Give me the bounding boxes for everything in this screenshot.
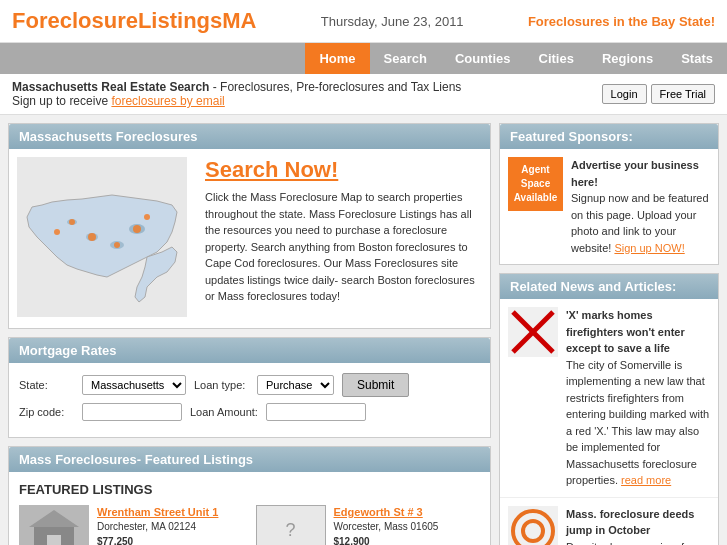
ma-foreclosures-section: Massachusetts Foreclosures bbox=[8, 123, 491, 329]
state-label: State: bbox=[19, 379, 74, 391]
zip-input[interactable] bbox=[82, 403, 182, 421]
site-header: ForeclosureListingsMA Thursday, June 23,… bbox=[0, 0, 727, 43]
listings-grid: Wrentham Street Unit 1 Dorchester, MA 02… bbox=[19, 505, 480, 545]
zip-label: Zip code: bbox=[19, 406, 74, 418]
nav-cities[interactable]: Cities bbox=[525, 43, 588, 74]
loan-type-select[interactable]: Purchase bbox=[257, 375, 334, 395]
listing-1-image bbox=[19, 505, 89, 545]
right-column: Featured Sponsors: Agent Space Available… bbox=[499, 123, 719, 545]
nav-counties[interactable]: Counties bbox=[441, 43, 525, 74]
ma-map[interactable] bbox=[17, 157, 187, 317]
mortgage-section: Mortgage Rates State: Massachusetts Loan… bbox=[8, 337, 491, 438]
featured-content: FEATURED LISTINGS Wrentham Street Unit 1… bbox=[9, 472, 490, 545]
mortgage-header: Mortgage Rates bbox=[9, 338, 490, 363]
agent-ad-text: Advertise your business here! Signup now… bbox=[571, 157, 710, 256]
nav-search[interactable]: Search bbox=[370, 43, 441, 74]
listing-1-address[interactable]: Wrentham Street Unit 1 bbox=[97, 506, 218, 518]
svg-rect-14 bbox=[47, 535, 61, 545]
loan-type-label: Loan type: bbox=[194, 379, 249, 391]
loan-amount-input[interactable] bbox=[266, 403, 366, 421]
foreclosure-description: Search Now! Click the Mass Foreclosure M… bbox=[205, 157, 482, 320]
signup-link[interactable]: Sign up NOW! bbox=[614, 242, 684, 254]
map-area[interactable] bbox=[17, 157, 197, 320]
foreclosure-body: Click the Mass Foreclosure Map to search… bbox=[205, 189, 482, 305]
listing-2-address[interactable]: Edgeworth St # 3 bbox=[334, 506, 423, 518]
news-icon-2 bbox=[508, 506, 558, 546]
svg-point-10 bbox=[144, 214, 150, 220]
svg-point-5 bbox=[133, 225, 141, 233]
featured-sponsors-section: Featured Sponsors: Agent Space Available… bbox=[499, 123, 719, 265]
sponsors-content: Agent Space Available Advertise your bus… bbox=[500, 149, 718, 264]
listing-1: Wrentham Street Unit 1 Dorchester, MA 02… bbox=[19, 505, 244, 545]
main-content: Massachusetts Foreclosures bbox=[0, 115, 727, 545]
news-icon-1 bbox=[508, 307, 558, 357]
svg-point-8 bbox=[114, 242, 120, 248]
free-trial-button[interactable]: Free Trial bbox=[651, 84, 715, 104]
ma-foreclosures-content: Search Now! Click the Mass Foreclosure M… bbox=[9, 149, 490, 328]
subheader: Massachusetts Real Estate Search - Forec… bbox=[0, 74, 727, 115]
search-now-heading[interactable]: Search Now! bbox=[205, 157, 482, 183]
svg-point-6 bbox=[88, 233, 96, 241]
featured-heading: FEATURED LISTINGS bbox=[19, 482, 480, 497]
agent-box: Agent Space Available Advertise your bus… bbox=[508, 157, 710, 256]
svg-point-9 bbox=[54, 229, 60, 235]
header-date: Thursday, June 23, 2011 bbox=[321, 14, 464, 29]
news-header: Related News and Articles: bbox=[500, 274, 718, 299]
site-logo: ForeclosureListingsMA bbox=[12, 8, 256, 34]
nav-regions[interactable]: Regions bbox=[588, 43, 667, 74]
listing-2: ? Edgeworth St # 3 Worcester, Mass 01605… bbox=[256, 505, 481, 545]
left-column: Massachusetts Foreclosures bbox=[8, 123, 491, 545]
loan-amount-label: Loan Amount: bbox=[190, 406, 258, 418]
news-text-1: 'X' marks homes firefighters won't enter… bbox=[566, 307, 710, 489]
subheader-text: Massachusetts Real Estate Search - Forec… bbox=[12, 80, 461, 108]
featured-header: Mass Foreclosures- Featured Listings bbox=[9, 447, 490, 472]
email-signup-link[interactable]: foreclosures by email bbox=[111, 94, 224, 108]
main-nav: Home Search Counties Cities Regions Stat… bbox=[0, 43, 727, 74]
mortgage-content: State: Massachusetts Loan type: Purchase… bbox=[9, 363, 490, 437]
svg-point-7 bbox=[69, 219, 75, 225]
news-link-1[interactable]: read more bbox=[621, 474, 671, 486]
submit-button[interactable]: Submit bbox=[342, 373, 409, 397]
ma-foreclosures-header: Massachusetts Foreclosures bbox=[9, 124, 490, 149]
zip-row: Zip code: Loan Amount: bbox=[19, 403, 480, 421]
login-button[interactable]: Login bbox=[602, 84, 647, 104]
featured-section: Mass Foreclosures- Featured Listings FEA… bbox=[8, 446, 491, 545]
related-news-section: Related News and Articles: 'X' marks hom… bbox=[499, 273, 719, 545]
listing-2-image: ? bbox=[256, 505, 326, 545]
news-item-1: 'X' marks homes firefighters won't enter… bbox=[500, 299, 718, 498]
agent-badge: Agent Space Available bbox=[508, 157, 563, 211]
news-item-2: Mass. foreclosure deeds jump in October … bbox=[500, 498, 718, 546]
state-select[interactable]: Massachusetts bbox=[82, 375, 186, 395]
auth-buttons: Login Free Trial bbox=[602, 84, 715, 104]
sponsors-header: Featured Sponsors: bbox=[500, 124, 718, 149]
state-row: State: Massachusetts Loan type: Purchase… bbox=[19, 373, 480, 397]
nav-home[interactable]: Home bbox=[305, 43, 369, 74]
news-text-2: Mass. foreclosure deeds jump in October … bbox=[566, 506, 710, 546]
header-tagline: Foreclosures in the Bay State! bbox=[528, 14, 715, 29]
nav-stats[interactable]: Stats bbox=[667, 43, 727, 74]
